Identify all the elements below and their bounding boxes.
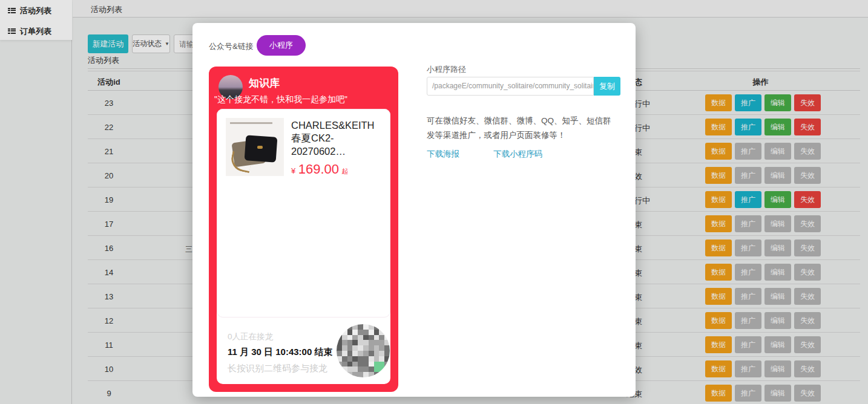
price-suffix: 起 <box>341 168 348 175</box>
download-poster-link[interactable]: 下载海报 <box>427 149 459 160</box>
copy-button[interactable]: 复制 <box>594 77 620 96</box>
poster-quote: "这个接龙不错，快和我一起参加吧" <box>214 94 396 105</box>
handbag-clasp-shape <box>257 146 263 149</box>
promotion-modal: 公众号&链接 小程序 知识库 "这个接龙不错，快和我一起参加吧" CHARLES… <box>192 23 636 397</box>
brand-text-decor <box>230 122 272 124</box>
product-title: CHARLES&KEITH 春夏CK2-20270602… <box>291 119 387 158</box>
deadline-text: 11 月 30 日 10:43:00 结束 <box>228 347 332 358</box>
tab-mini-program[interactable]: 小程序 <box>257 35 306 56</box>
share-poster-card: 知识库 "这个接龙不错，快和我一起参加吧" CHARLES&KEITH 春夏CK… <box>209 67 398 392</box>
qr-code-image <box>337 324 390 377</box>
currency-symbol: ¥ <box>291 166 295 175</box>
handbag-front-shape <box>245 135 278 163</box>
mini-program-path-label: 小程序路径 <box>427 64 466 75</box>
product-image <box>226 118 284 176</box>
download-qrcode-link[interactable]: 下载小程序码 <box>493 149 542 160</box>
poster-owner-name: 知识库 <box>249 76 280 90</box>
poster-inner-panel: CHARLES&KEITH 春夏CK2-20270602… ¥ 169.00 起… <box>217 109 390 384</box>
long-press-hint: 长按识别二维码参与接龙 <box>228 363 327 374</box>
product-title-line2: 春夏CK2-20270602… <box>291 132 387 158</box>
product-price: ¥ 169.00 起 <box>291 161 348 177</box>
promotion-description: 可在微信好友、微信群、微博、QQ、知乎、短信群发等渠道推广，或者用户页面装修等！ <box>427 114 614 142</box>
tab-official-account-link[interactable]: 公众号&链接 <box>209 41 254 52</box>
participants-count: 0人正在接龙 <box>228 331 273 342</box>
product-section: CHARLES&KEITH 春夏CK2-20270602… ¥ 169.00 起 <box>217 109 390 318</box>
mini-program-path-input[interactable]: /packageE/community_solitaire/community_… <box>427 77 594 96</box>
product-title-line1: CHARLES&KEITH <box>291 119 387 132</box>
price-value: 169.00 <box>298 161 339 177</box>
